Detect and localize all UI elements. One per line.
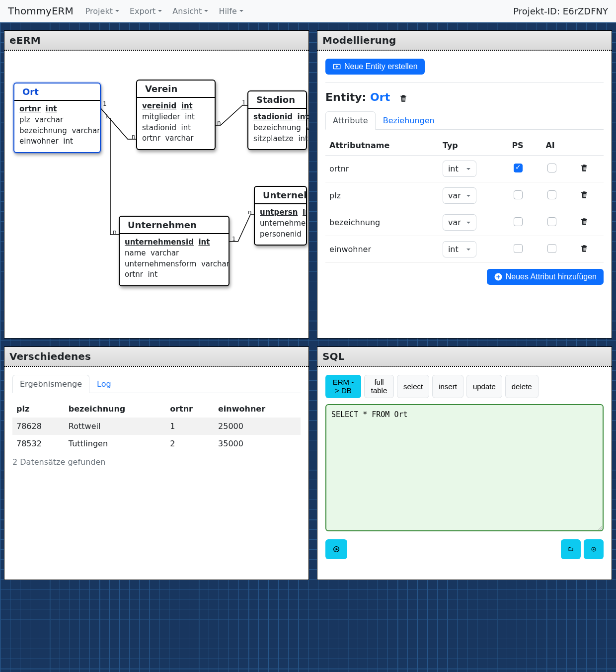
- add-attribute-button[interactable]: Neues Attribut hinzufügen: [487, 269, 604, 285]
- panel-erm-title: eERM: [4, 31, 308, 51]
- trash-icon: [580, 164, 589, 172]
- entity-stadion[interactable]: Stadion stadionid int bezeichnung v sitz…: [247, 90, 307, 150]
- panel-erm: eERM 1 n n 1 1 n 1 n Ort: [4, 30, 309, 338]
- entity-untpers-name: Unterneh: [255, 187, 306, 204]
- chevron-down-icon: [204, 8, 209, 13]
- type-select[interactable]: var: [443, 187, 476, 204]
- result-col-einwohner: einwohner: [214, 400, 301, 418]
- chevron-down-icon: [466, 167, 471, 171]
- ai-checkbox[interactable]: [547, 217, 556, 226]
- result-col-ortnr: ortnr: [166, 400, 214, 418]
- result-row: 78628Rottweil125000: [12, 418, 301, 435]
- delete-attr-button[interactable]: [580, 190, 589, 199]
- sql-editor[interactable]: [325, 404, 604, 531]
- tab-attribute[interactable]: Attribute: [325, 111, 376, 130]
- ps-checkbox[interactable]: [514, 244, 523, 253]
- attr-name: plz: [325, 182, 439, 209]
- tab-beziehungen[interactable]: Beziehungen: [376, 111, 442, 130]
- sql-btn-select[interactable]: select: [397, 375, 429, 398]
- card-1: 1: [232, 236, 236, 243]
- panel-misc-body: Ergebnismenge Log plz bezeichnung ortnr …: [4, 367, 308, 580]
- erm-canvas-scroll[interactable]: 1 n n 1 1 n 1 n Ort ortnr int plz varcha…: [4, 51, 308, 338]
- navbar: ThommyERM Projekt Export Ansicht Hilfe P…: [0, 0, 616, 22]
- card-1: 1: [242, 99, 246, 106]
- disc-icon: [591, 545, 597, 554]
- sql-run-button[interactable]: [325, 539, 347, 559]
- panel-modeling: Modellierung Neue Entity erstellen Entit…: [317, 30, 612, 338]
- tab-log[interactable]: Log: [89, 375, 119, 393]
- panel-sql: SQL ERM -> DB full table select insert u…: [317, 346, 612, 580]
- attribute-table: Attributname Typ PS AI ortnrintplzvarbez…: [325, 136, 604, 263]
- type-select[interactable]: int: [443, 161, 476, 177]
- delete-attr-button[interactable]: [580, 244, 589, 253]
- entity-verein-attrs: vereinid int mitglieder int stadionid in…: [137, 98, 215, 149]
- nav-projekt[interactable]: Projekt: [81, 2, 124, 20]
- entity-verein-name: Verein: [137, 81, 215, 98]
- ps-checkbox[interactable]: [514, 164, 523, 172]
- type-select[interactable]: int: [443, 241, 476, 257]
- entity-unternehmen[interactable]: Unternehmen unternehmensid int name varc…: [119, 216, 230, 286]
- ai-checkbox[interactable]: [547, 164, 556, 172]
- nav-ansicht[interactable]: Ansicht: [168, 2, 213, 20]
- sql-save-button[interactable]: [584, 539, 604, 559]
- type-select[interactable]: var: [443, 214, 476, 231]
- delete-attr-button[interactable]: [580, 217, 589, 226]
- entity-header: Entity: Ort: [325, 91, 604, 103]
- trash-icon: [580, 244, 589, 253]
- chevron-down-icon: [239, 8, 244, 13]
- result-col-bezeichnung: bezeichnung: [65, 400, 166, 418]
- misc-tabs: Ergebnismenge Log: [12, 375, 301, 393]
- col-name: Attributname: [325, 136, 439, 156]
- attr-row: einwohnerint: [325, 236, 604, 263]
- ps-checkbox[interactable]: [514, 190, 523, 199]
- entity-unternehmen-name: Unternehmen: [120, 217, 229, 234]
- card-n: n: [132, 133, 136, 140]
- attr-name: bezeichnung: [325, 209, 439, 236]
- tab-ergebnismenge[interactable]: Ergebnismenge: [12, 375, 89, 393]
- card-1: 1: [105, 113, 109, 120]
- card-n: n: [113, 229, 117, 236]
- new-entity-button[interactable]: Neue Entity erstellen: [325, 59, 425, 75]
- entity-unternehmen-attrs: unternehmensid int name varchar unterneh…: [120, 234, 229, 285]
- play-circle-icon: [332, 545, 340, 554]
- workspace: eERM 1 n n 1 1 n 1 n Ort: [0, 22, 616, 672]
- result-table: plz bezeichnung ortnr einwohner 78628Rot…: [12, 400, 301, 452]
- chevron-down-icon: [115, 8, 120, 13]
- sql-open-button[interactable]: [561, 539, 581, 559]
- card-n: n: [248, 209, 252, 216]
- entity-ort-attrs: ortnr int plz varchar bezeichnung varcha…: [14, 101, 100, 152]
- nav-hilfe[interactable]: Hilfe: [215, 2, 247, 20]
- ps-checkbox[interactable]: [514, 217, 523, 226]
- trash-icon: [580, 217, 589, 226]
- panel-modeling-body: Neue Entity erstellen Entity: Ort Attrib…: [317, 51, 612, 338]
- result-col-plz: plz: [12, 400, 65, 418]
- entity-ort[interactable]: Ort ortnr int plz varchar bezeichnung va…: [13, 83, 101, 153]
- nav-export[interactable]: Export: [126, 2, 166, 20]
- sql-btn-insert[interactable]: insert: [432, 375, 463, 398]
- trash-icon: [399, 94, 408, 103]
- entity-untpers[interactable]: Unterneh untpersn in unternehme personen…: [254, 186, 307, 246]
- sql-btn-delete[interactable]: delete: [505, 375, 539, 398]
- ai-checkbox[interactable]: [547, 190, 556, 199]
- panel-misc: Verschiedenes Ergebnismenge Log plz beze…: [4, 346, 309, 580]
- plus-circle-icon: [494, 272, 503, 281]
- panel-misc-title: Verschiedenes: [4, 347, 308, 367]
- card-n: n: [217, 119, 221, 126]
- chevron-down-icon: [466, 247, 471, 252]
- delete-entity-button[interactable]: [399, 93, 408, 102]
- sql-btn-update[interactable]: update: [466, 375, 502, 398]
- sql-quick-buttons: ERM -> DB full table select insert updat…: [325, 375, 604, 398]
- sql-btn-fulltable[interactable]: full table: [364, 375, 394, 398]
- modeling-tabs: Attribute Beziehungen: [325, 111, 604, 130]
- delete-attr-button[interactable]: [580, 164, 589, 172]
- sql-btn-ermdb[interactable]: ERM -> DB: [325, 375, 361, 398]
- col-ai: AI: [541, 136, 575, 156]
- result-row: 78532Tuttlingen235000: [12, 435, 301, 452]
- ai-checkbox[interactable]: [547, 244, 556, 253]
- panel-modeling-title: Modellierung: [317, 31, 612, 51]
- attr-row: bezeichnungvar: [325, 209, 604, 236]
- project-id: Projekt-ID: E6rZDFNY: [513, 6, 608, 16]
- erm-canvas[interactable]: 1 n n 1 1 n 1 n Ort ortnr int plz varcha…: [4, 51, 308, 329]
- entity-verein[interactable]: Verein vereinid int mitglieder int stadi…: [136, 80, 216, 150]
- attr-name: ortnr: [325, 156, 439, 182]
